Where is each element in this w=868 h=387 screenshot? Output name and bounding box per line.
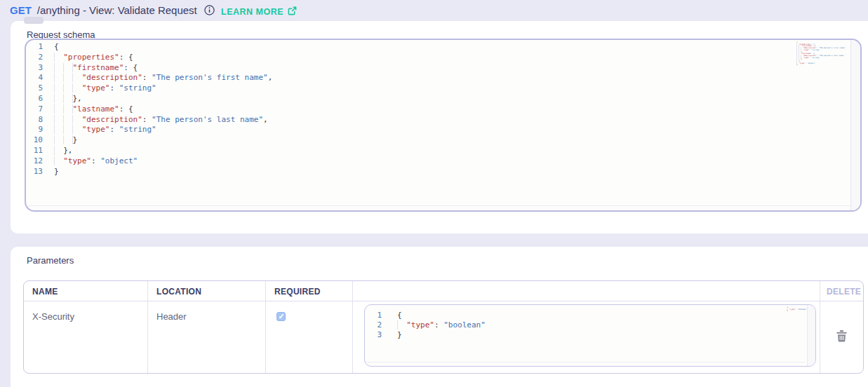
editor-minimap: { "type": "boolean"} (787, 307, 807, 313)
learn-more-link[interactable]: LEARN MORE (221, 6, 297, 18)
column-header-name: NAME (24, 281, 148, 301)
parameters-table: NAME LOCATION REQUIRED DELETE X-Security… (23, 280, 864, 374)
required-checkbox[interactable] (276, 312, 286, 321)
editor-minimap: { "properties": { "firstname": { "descri… (796, 42, 846, 67)
editor-hscroll-divider (27, 205, 850, 206)
request-schema-card: Request schema 12345678910111213 { "prop… (11, 21, 868, 233)
parameters-label: Parameters (27, 255, 74, 266)
external-link-icon (288, 6, 297, 18)
delete-parameter-button[interactable] (836, 330, 847, 344)
parameters-card: Parameters NAME LOCATION REQUIRED DELETE… (11, 247, 868, 387)
column-header-delete: DELETE (820, 281, 863, 301)
editor-hscroll-divider (366, 362, 805, 362)
column-header-location: LOCATION (148, 281, 266, 301)
endpoint-header: GET /anything - View: Validate Request (10, 4, 215, 16)
column-header-required: REQUIRED (266, 281, 353, 301)
request-schema-editor[interactable]: 12345678910111213 { "properties": { "fir… (25, 39, 862, 212)
stub-editor-page: GET /anything - View: Validate Request L… (0, 0, 868, 387)
editor-code-content[interactable]: { "type": "boolean"} (386, 311, 804, 340)
editor-line-numbers: 123 (365, 311, 386, 340)
param-name-cell[interactable]: X-Security (24, 301, 148, 373)
param-schema-editor[interactable]: 123 { "type": "boolean"} { "type": "bool… (364, 304, 816, 367)
editor-scrollbar-track[interactable] (850, 40, 860, 210)
scrolled-tab-remnant (24, 17, 44, 24)
page-title: /anything - View: Validate Request (37, 4, 197, 16)
trash-icon (836, 330, 847, 344)
learn-more-label: LEARN MORE (221, 7, 283, 17)
editor-code-content[interactable]: { "properties": { "firstname": { "descri… (47, 42, 849, 177)
column-header-schema (353, 281, 820, 301)
param-schema-cell: 123 { "type": "boolean"} { "type": "bool… (353, 301, 820, 373)
param-delete-cell (820, 301, 863, 373)
param-location-cell[interactable]: Header (148, 301, 266, 373)
info-circle-icon[interactable] (204, 5, 215, 15)
editor-line-numbers: 12345678910111213 (26, 42, 47, 177)
http-method-badge: GET (10, 4, 32, 16)
editor-scrollbar-track[interactable] (807, 305, 815, 366)
param-required-cell (266, 301, 353, 373)
